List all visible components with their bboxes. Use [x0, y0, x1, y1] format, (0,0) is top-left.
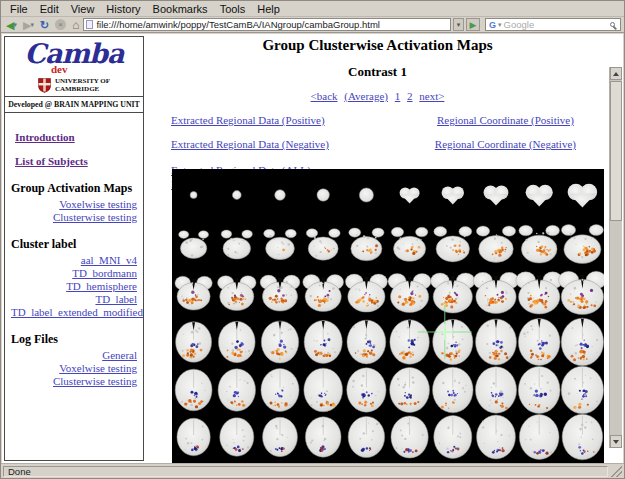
brain-slice — [218, 276, 257, 311]
menu-tools[interactable]: Tools — [215, 2, 251, 16]
brain-slice — [433, 367, 474, 413]
stop-icon: × — [55, 19, 66, 30]
section-heading-log-files: Log Files — [11, 332, 137, 347]
forward-dropdown-icon: ▾ — [30, 20, 34, 30]
pager-next-link[interactable]: next> — [419, 90, 444, 102]
brain-slice — [347, 320, 386, 364]
vertical-scrollbar[interactable] — [609, 67, 622, 448]
forward-button[interactable]: ▶ ▾ — [21, 18, 36, 32]
section-heading-cluster-label: Cluster label — [11, 237, 137, 252]
sidebar-link-log-clusterwise-testing[interactable]: Clusterwise testing — [11, 375, 137, 387]
brain-slice — [305, 417, 341, 457]
brain-slice — [519, 415, 559, 460]
sidebar-link-log-general[interactable]: General — [11, 349, 137, 361]
developed-banner: Developed @ BRAIN MAPPING UNIT — [5, 97, 143, 113]
brain-slice — [431, 273, 475, 313]
go-button[interactable]: ▶ — [466, 18, 480, 31]
brain-slice — [390, 320, 430, 365]
brain-slice — [561, 318, 603, 366]
reload-icon: ↻ — [40, 20, 49, 30]
brain-slice — [442, 186, 464, 204]
brain-slice — [568, 184, 598, 208]
brain-slice — [232, 191, 241, 200]
pager-page-2-link[interactable]: 2 — [407, 90, 413, 102]
address-text[interactable]: file:///home/amwink/poppy/TestCamBA/IANg… — [96, 19, 380, 30]
brain-slice — [218, 369, 256, 411]
sidebar-nav: Introduction List of Subjects Group Acti… — [5, 113, 143, 387]
reload-button[interactable]: ↻ — [38, 18, 51, 32]
pager-average-link[interactable]: (Average) — [344, 90, 388, 102]
brain-slice — [391, 227, 428, 261]
pager: <back (Average) 1 2 next> — [145, 90, 610, 102]
sidebar-link-td-bordmann[interactable]: TD_bordmann — [11, 267, 137, 279]
brain-slice — [519, 225, 560, 263]
sidebar-link-introduction[interactable]: Introduction — [15, 131, 137, 143]
link-extracted-regional-data-positive[interactable]: Extracted Regional Data (Positive) — [171, 114, 325, 126]
link-regional-coordinate-negative[interactable]: Regional Coordinate (Negative) — [435, 138, 576, 150]
menu-history[interactable]: History — [101, 2, 145, 16]
page-icon — [86, 20, 93, 29]
scroll-up-button[interactable] — [610, 67, 622, 80]
search-engine-icon[interactable]: G — [489, 20, 496, 30]
brain-slice — [304, 321, 342, 364]
brain-slice — [473, 272, 519, 313]
pager-page-1-link[interactable]: 1 — [395, 90, 401, 102]
scroll-down-button[interactable] — [610, 435, 622, 448]
brain-slice — [349, 228, 384, 261]
back-dropdown-icon: ▾ — [13, 20, 17, 30]
search-input[interactable]: Google — [504, 19, 608, 30]
brain-slice — [306, 229, 340, 261]
sidebar-link-list-of-subjects[interactable]: List of Subjects — [15, 155, 137, 167]
home-button[interactable]: ⌂ — [70, 18, 81, 32]
brain-slice — [518, 319, 560, 366]
brain-slice — [176, 322, 212, 363]
search-bar[interactable]: G ▾ Google — [485, 18, 621, 31]
menu-bookmarks[interactable]: Bookmarks — [148, 2, 213, 16]
brain-slice — [391, 416, 428, 458]
menu-help[interactable]: Help — [252, 2, 285, 16]
menu-file[interactable]: File — [5, 2, 33, 16]
search-engine-dropdown-icon[interactable]: ▾ — [498, 21, 502, 29]
sidebar: Camba dev UNIVERSITY OF CAMBRIDGE Develo… — [4, 36, 144, 461]
brain-montage-image — [172, 169, 604, 463]
brain-slice — [388, 273, 431, 312]
stop-button[interactable]: × — [53, 18, 68, 32]
status-bar: Done — [1, 463, 624, 478]
brain-slice — [218, 321, 255, 362]
scrollbar-thumb[interactable] — [610, 81, 622, 221]
sidebar-link-td-label[interactable]: TD_label — [11, 293, 137, 305]
resize-grip[interactable] — [610, 466, 622, 477]
menu-edit[interactable]: Edit — [35, 2, 64, 16]
brain-slice — [304, 368, 343, 412]
browser-window: File Edit View History Bookmarks Tools H… — [0, 0, 625, 479]
brain-slice — [261, 321, 298, 363]
back-button[interactable]: ◀ ▾ — [4, 18, 19, 32]
sidebar-link-log-voxelwise-testing[interactable]: Voxelwise testing — [11, 362, 137, 374]
brain-slice — [400, 187, 420, 203]
menu-bar: File Edit View History Bookmarks Tools H… — [1, 1, 624, 17]
brain-slice — [175, 369, 212, 411]
sidebar-link-td-label-extended-modified[interactable]: TD_label_extended_modified — [11, 306, 137, 318]
brain-slice — [476, 226, 515, 263]
brain-slice — [345, 274, 387, 312]
sidebar-link-voxelwise-testing[interactable]: Voxelwise testing — [11, 198, 137, 210]
sidebar-link-aal-mni-v4[interactable]: aal_MNI_v4 — [11, 254, 137, 266]
brain-slice — [526, 185, 553, 207]
address-bar[interactable]: file:///home/amwink/poppy/TestCamBA/IANg… — [83, 18, 451, 31]
brain-slice — [476, 319, 517, 365]
search-icon[interactable] — [610, 22, 615, 27]
menu-view[interactable]: View — [66, 2, 100, 16]
sidebar-link-clusterwise-testing[interactable]: Clusterwise testing — [11, 211, 137, 223]
link-extracted-regional-data-negative[interactable]: Extracted Regional Data (Negative) — [171, 138, 329, 150]
brain-slice — [264, 229, 297, 259]
pager-back-link[interactable]: <back — [311, 90, 338, 102]
brain-slice — [303, 275, 344, 312]
university-label: UNIVERSITY OF CAMBRIDGE — [55, 77, 110, 93]
sidebar-link-td-hemisphere[interactable]: TD_hemisphere — [11, 280, 137, 292]
address-dropdown-button[interactable]: ▾ — [453, 18, 464, 31]
link-regional-coordinate-positive[interactable]: Regional Coordinate (Positive) — [437, 114, 574, 126]
contrast-heading: Contrast 1 — [145, 64, 610, 80]
camba-logo: Camba dev UNIVERSITY OF CAMBRIDGE — [5, 37, 143, 97]
brain-slice — [390, 367, 430, 412]
brain-slice — [477, 415, 516, 459]
